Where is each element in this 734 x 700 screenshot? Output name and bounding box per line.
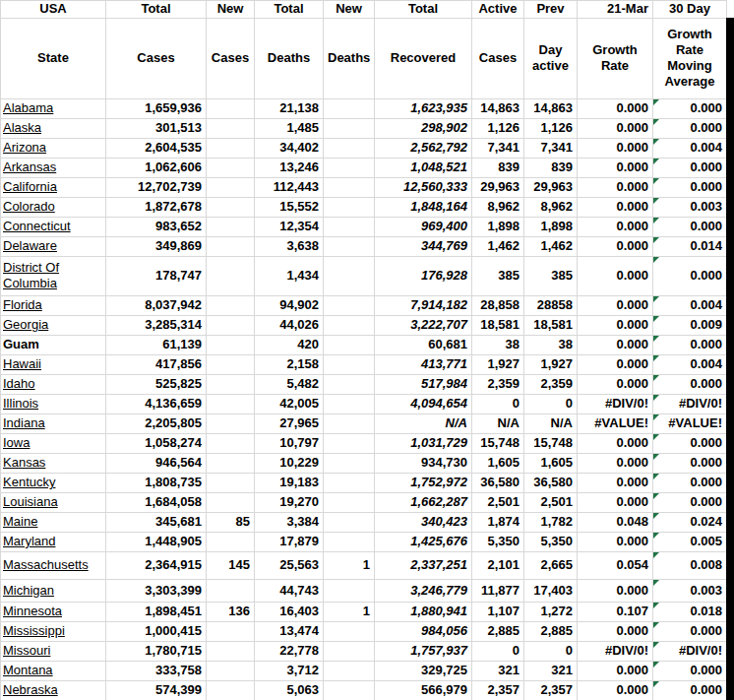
cell-prev_day_active[interactable]: 18,581 — [524, 316, 578, 336]
cell-growth_rate[interactable]: 0.000 — [578, 178, 653, 198]
cell-total_deaths[interactable]: 15,552 — [255, 198, 324, 218]
header-total_cases[interactable]: Cases — [106, 19, 207, 99]
cell-total_deaths[interactable]: 112,443 — [255, 178, 324, 198]
cell-prev_day_active[interactable]: 8,962 — [524, 198, 578, 218]
cell-recovered[interactable]: 1,048,521 — [375, 159, 472, 178]
cell-total_cases[interactable]: 574,399 — [106, 681, 207, 700]
cell-new_deaths[interactable] — [324, 474, 375, 493]
cell-prev_day_active[interactable]: 1,898 — [524, 218, 578, 237]
cell-total_cases[interactable]: 12,702,739 — [106, 178, 207, 198]
cell-total_cases[interactable]: 1,659,936 — [106, 99, 207, 119]
cell-growth_rate[interactable]: 0.054 — [578, 552, 653, 580]
state-link[interactable]: Montana — [3, 663, 53, 677]
state-link[interactable]: Colorado — [3, 199, 55, 214]
cell-total_cases[interactable]: 1,780,715 — [106, 642, 207, 662]
header-prev_day_active-top[interactable]: Prev — [524, 1, 578, 19]
cell-new_deaths[interactable] — [324, 218, 375, 237]
cell-active_cases[interactable]: 1,462 — [472, 237, 524, 257]
cell-new_cases[interactable] — [207, 336, 255, 355]
cell-growth_rate[interactable]: 0.000 — [578, 622, 653, 642]
cell-total_cases[interactable]: 1,058,274 — [106, 434, 207, 454]
cell-growth_rate[interactable]: 0.000 — [578, 375, 653, 395]
cell-prev_day_active[interactable]: 38 — [524, 336, 578, 355]
cell-prev_day_active[interactable]: 29,963 — [524, 178, 578, 198]
header-new_deaths[interactable]: Deaths — [324, 19, 375, 99]
cell-new_deaths[interactable] — [324, 622, 375, 642]
header-active_cases-top[interactable]: Active — [472, 1, 524, 19]
cell-total_deaths[interactable]: 3,384 — [255, 513, 324, 533]
cell-total_deaths[interactable]: 22,778 — [255, 642, 324, 662]
state-link[interactable]: Hawaii — [3, 356, 41, 371]
cell-growth_rate_ma[interactable]: 0.004 — [653, 355, 727, 375]
cell-state[interactable]: Minnesota — [1, 603, 106, 622]
cell-prev_day_active[interactable]: 1,126 — [524, 119, 578, 139]
cell-total_cases[interactable]: 178,747 — [106, 257, 207, 296]
cell-recovered[interactable]: 517,984 — [375, 375, 472, 395]
cell-growth_rate_ma[interactable]: 0.000 — [653, 119, 727, 139]
cell-growth_rate[interactable]: 0.000 — [578, 139, 653, 159]
cell-growth_rate_ma[interactable]: 0.000 — [653, 99, 727, 119]
cell-total_cases[interactable]: 525,825 — [106, 375, 207, 395]
cell-new_deaths[interactable] — [324, 375, 375, 395]
cell-new_cases[interactable]: 136 — [207, 603, 255, 622]
cell-prev_day_active[interactable]: 0 — [524, 642, 578, 662]
cell-growth_rate_ma[interactable]: 0.024 — [653, 513, 727, 533]
cell-state[interactable]: Florida — [1, 296, 106, 316]
cell-growth_rate[interactable]: 0.000 — [578, 316, 653, 336]
header-growth_rate_ma[interactable]: Growth Rate Moving Average — [653, 19, 727, 99]
cell-growth_rate[interactable]: 0.000 — [578, 533, 653, 552]
cell-prev_day_active[interactable]: 1,272 — [524, 603, 578, 622]
state-link[interactable]: Delaware — [3, 238, 57, 253]
cell-state[interactable]: Indiana — [1, 414, 106, 434]
cell-recovered[interactable]: 1,662,287 — [375, 493, 472, 513]
cell-new_deaths[interactable] — [324, 454, 375, 474]
header-total_deaths-top[interactable]: Total — [255, 1, 324, 19]
cell-prev_day_active[interactable]: 15,748 — [524, 434, 578, 454]
cell-growth_rate[interactable]: 0.000 — [578, 257, 653, 296]
cell-state[interactable]: Idaho — [1, 375, 106, 395]
cell-growth_rate_ma[interactable]: 0.000 — [653, 474, 727, 493]
cell-prev_day_active[interactable]: 2,665 — [524, 552, 578, 580]
cell-prev_day_active[interactable]: 1,782 — [524, 513, 578, 533]
cell-recovered[interactable]: 1,031,729 — [375, 434, 472, 454]
cell-growth_rate_ma[interactable]: 0.000 — [653, 622, 727, 642]
cell-new_cases[interactable] — [207, 355, 255, 375]
cell-new_cases[interactable] — [207, 681, 255, 700]
cell-total_deaths[interactable]: 2,158 — [255, 355, 324, 375]
cell-total_deaths[interactable]: 44,026 — [255, 316, 324, 336]
cell-prev_day_active[interactable]: 2,885 — [524, 622, 578, 642]
cell-recovered[interactable]: 1,425,676 — [375, 533, 472, 552]
cell-recovered[interactable]: 1,757,937 — [375, 642, 472, 662]
cell-active_cases[interactable]: 29,963 — [472, 178, 524, 198]
cell-total_deaths[interactable]: 34,402 — [255, 139, 324, 159]
state-link[interactable]: Louisiana — [3, 494, 58, 509]
cell-active_cases[interactable]: 28,858 — [472, 296, 524, 316]
cell-growth_rate[interactable]: 0.000 — [578, 580, 653, 603]
state-link[interactable]: Michigan — [3, 583, 54, 598]
cell-recovered[interactable]: 2,562,792 — [375, 139, 472, 159]
cell-new_deaths[interactable]: 1 — [324, 552, 375, 580]
cell-total_deaths[interactable]: 19,183 — [255, 474, 324, 493]
cell-total_cases[interactable]: 333,758 — [106, 662, 207, 681]
cell-prev_day_active[interactable]: 1,927 — [524, 355, 578, 375]
cell-new_cases[interactable] — [207, 237, 255, 257]
cell-recovered[interactable]: 1,848,164 — [375, 198, 472, 218]
header-new_deaths-top[interactable]: New — [324, 1, 375, 19]
cell-state[interactable]: District Of Columbia — [1, 257, 106, 296]
cell-new_cases[interactable] — [207, 198, 255, 218]
cell-total_deaths[interactable]: 13,474 — [255, 622, 324, 642]
cell-growth_rate_ma[interactable]: #VALUE! — [653, 414, 727, 434]
cell-state[interactable]: Guam — [1, 336, 106, 355]
cell-recovered[interactable]: 329,725 — [375, 662, 472, 681]
cell-total_cases[interactable]: 1,684,058 — [106, 493, 207, 513]
cell-total_deaths[interactable]: 17,879 — [255, 533, 324, 552]
cell-growth_rate_ma[interactable]: 0.014 — [653, 237, 727, 257]
cell-prev_day_active[interactable]: 14,863 — [524, 99, 578, 119]
state-link[interactable]: Massachusetts — [3, 557, 89, 572]
cell-new_cases[interactable] — [207, 99, 255, 119]
state-link[interactable]: Idaho — [3, 376, 35, 391]
cell-new_deaths[interactable] — [324, 533, 375, 552]
cell-prev_day_active[interactable]: 0 — [524, 395, 578, 414]
cell-growth_rate[interactable]: #DIV/0! — [578, 642, 653, 662]
cell-active_cases[interactable]: 14,863 — [472, 99, 524, 119]
